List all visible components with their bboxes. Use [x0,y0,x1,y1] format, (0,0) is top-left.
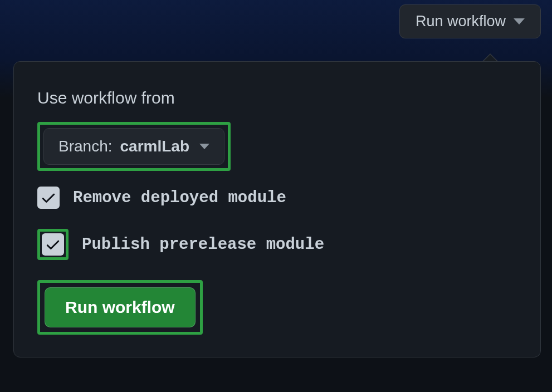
option-row-publish-prerelease: Publish prerelease module [37,229,517,260]
run-button-highlight: Run workflow [37,280,203,335]
option-row-remove-deployed: Remove deployed module [37,187,517,209]
check-icon [40,189,57,206]
run-workflow-trigger-button[interactable]: Run workflow [399,4,541,38]
check-icon [45,236,61,253]
checkbox-remove-deployed[interactable] [37,187,60,209]
run-workflow-submit-button[interactable]: Run workflow [45,287,196,327]
checkbox-publish-prerelease[interactable] [42,233,64,256]
caret-down-icon [199,144,209,149]
branch-select-button[interactable]: Branch: carmlLab [43,128,224,165]
checkbox-label: Remove deployed module [73,189,286,207]
trigger-label: Run workflow [416,13,506,30]
branch-prefix: Branch: [58,138,113,155]
panel-title: Use workflow from [37,89,517,107]
checkbox-label: Publish prerelease module [82,236,324,254]
branch-select-highlight: Branch: carmlLab [37,122,231,171]
caret-down-icon [514,18,525,24]
workflow-dispatch-panel: Use workflow from Branch: carmlLab Remov… [13,61,541,357]
checkbox-highlight [37,229,69,260]
branch-name: carmlLab [120,138,190,155]
